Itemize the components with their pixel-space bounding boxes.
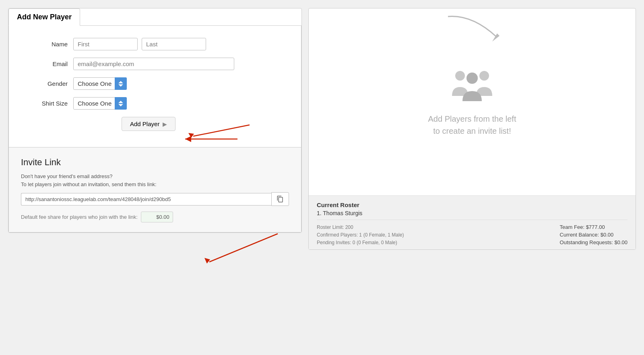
copy-icon <box>277 195 284 203</box>
add-new-player-tab[interactable]: Add New Player <box>8 8 80 26</box>
svg-point-2 <box>479 71 489 81</box>
fee-row: Default fee share for players who join w… <box>21 212 289 222</box>
pending-invites-stat: Pending Invites: 0 (0 Female, 0 Male) <box>317 239 404 245</box>
gender-row: Gender Choose One Male Female <box>25 77 285 90</box>
empty-text-line1: Add Players from the left <box>428 113 516 125</box>
roster-title: Current Roster <box>317 201 627 208</box>
pending-invites-value: Pending Invites: 0 <box>317 240 355 245</box>
pending-detail: (0 Female, 0 Male) <box>357 240 397 245</box>
outstanding-requests-stat: Outstanding Requests: $0.00 <box>560 239 627 245</box>
name-inputs <box>73 38 206 50</box>
svg-marker-10 <box>204 258 210 264</box>
link-copy-row <box>21 192 289 206</box>
left-panel: Add New Player Name Email Gen <box>8 8 302 250</box>
svg-point-1 <box>455 71 465 81</box>
name-row: Name <box>25 38 285 50</box>
empty-state-text: Add Players from the left to create an i… <box>428 113 516 137</box>
invite-desc-line1: Don't have your friend's email address? <box>21 173 113 179</box>
last-name-input[interactable] <box>142 38 206 50</box>
fee-input[interactable] <box>141 212 173 222</box>
email-input[interactable] <box>73 58 234 70</box>
invite-link-section: Invite Link Don't have your friend's ema… <box>8 147 301 233</box>
add-player-btn-label: Add Player <box>130 120 159 127</box>
team-fee-stat: Team Fee: $777.00 <box>560 224 627 230</box>
email-row: Email <box>25 58 285 70</box>
roster-stats-right: Team Fee: $777.00 Current Balance: $0.00… <box>560 224 627 245</box>
name-label: Name <box>25 41 73 48</box>
confirmed-detail: (0 Female, 1 Male) <box>363 232 404 238</box>
current-balance-stat: Current Balance: $0.00 <box>560 232 627 238</box>
roster-stats: Roster Limit: 200 Confirmed Players: 1 (… <box>317 220 627 245</box>
fee-label: Default fee share for players who join w… <box>21 214 138 220</box>
shirt-size-select[interactable]: Choose One XS S M L XL XXL <box>73 97 127 110</box>
invite-link-input[interactable] <box>21 193 271 206</box>
right-panel: Add Players from the left to create an i… <box>308 8 636 250</box>
add-player-card: Add New Player Name Email Gen <box>8 8 302 233</box>
roster-stats-left: Roster Limit: 200 Confirmed Players: 1 (… <box>317 224 404 245</box>
page-wrapper: Add New Player Name Email Gen <box>8 8 636 250</box>
add-player-arrow-icon: ▶ <box>163 121 167 127</box>
shirt-size-label: Shirt Size <box>25 100 73 107</box>
roster-player-item: 1. Thomas Sturgis <box>317 210 627 216</box>
current-roster-section: Current Roster 1. Thomas Sturgis Roster … <box>309 195 636 249</box>
add-player-form-body: Name Email Gender Choose On <box>8 25 301 147</box>
email-label: Email <box>25 60 73 67</box>
invite-description: Don't have your friend's email address? … <box>21 172 289 188</box>
shirt-size-select-wrapper: Choose One XS S M L XL XXL <box>73 97 127 110</box>
invite-link-title: Invite Link <box>21 157 289 168</box>
curved-arrow-decoration <box>440 12 504 45</box>
copy-link-button[interactable] <box>271 192 289 206</box>
confirmed-players-stat: Confirmed Players: 1 (0 Female, 1 Male) <box>317 232 404 238</box>
confirmed-players-value: Confirmed Players: 1 <box>317 232 362 238</box>
shirt-size-row: Shirt Size Choose One XS S M L XL XXL <box>25 97 285 110</box>
roster-limit-value: Roster Limit: 200 <box>317 224 353 230</box>
add-player-button[interactable]: Add Player ▶ <box>122 117 175 131</box>
gender-select-wrapper: Choose One Male Female <box>73 77 127 90</box>
first-name-input[interactable] <box>73 38 138 50</box>
gender-label: Gender <box>25 80 73 87</box>
svg-point-3 <box>466 73 478 84</box>
group-people-icon <box>448 67 496 103</box>
roster-limit-stat: Roster Limit: 200 <box>317 224 404 230</box>
gender-select[interactable]: Choose One Male Female <box>73 77 127 90</box>
add-player-btn-wrapper: Add Player ▶ <box>73 117 285 131</box>
invite-desc-line2: To let players join without an invitatio… <box>21 181 157 187</box>
empty-text-line2: to create an invite list! <box>428 125 516 137</box>
